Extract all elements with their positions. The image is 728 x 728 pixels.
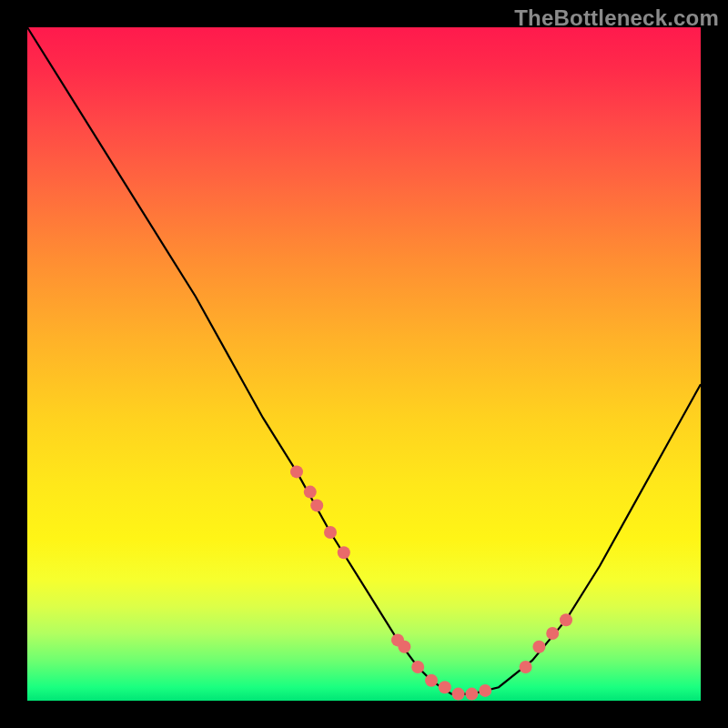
highlight-point [439, 681, 451, 693]
bottleneck-curve-path [27, 27, 701, 694]
highlight-point [479, 684, 491, 697]
highlight-point [411, 661, 424, 673]
watermark-text: TheBottleneck.com [514, 5, 719, 31]
highlighted-points-group [290, 465, 572, 700]
highlight-point [304, 486, 317, 499]
highlight-point [398, 641, 410, 653]
highlight-point [520, 661, 532, 673]
highlight-point [290, 465, 303, 478]
highlight-point [324, 526, 337, 539]
chart-frame: TheBottleneck.com [0, 0, 728, 728]
highlight-point [425, 674, 438, 687]
chart-svg [27, 27, 701, 701]
highlight-point [532, 641, 545, 653]
highlight-point [465, 688, 478, 701]
highlight-point [338, 546, 350, 559]
highlight-point [560, 613, 572, 626]
chart-plot-area [27, 27, 701, 701]
highlight-point [452, 688, 465, 701]
highlight-point [546, 627, 559, 640]
highlight-point [310, 499, 323, 511]
